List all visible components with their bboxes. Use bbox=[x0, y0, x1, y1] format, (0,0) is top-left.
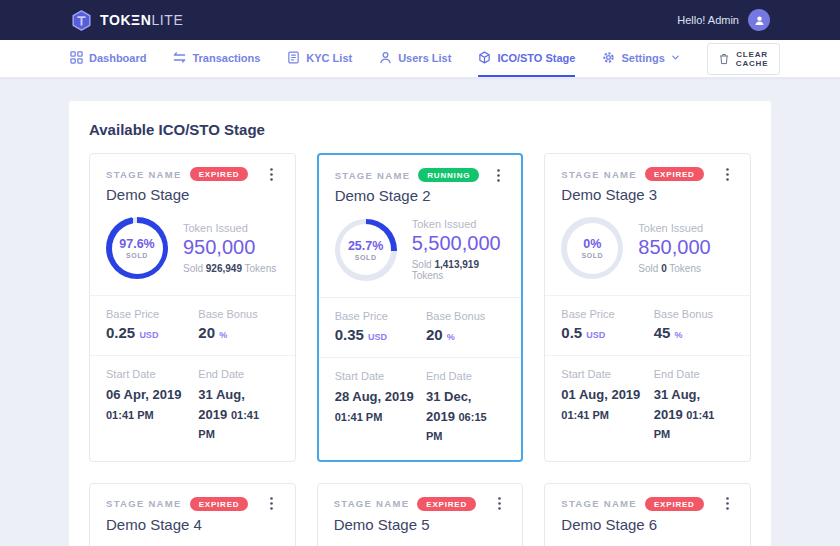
stage-name-label: STAGE NAME bbox=[561, 169, 637, 180]
token-issued-label: Token Issued bbox=[412, 218, 506, 230]
stage-name-label: STAGE NAME bbox=[335, 170, 411, 181]
sold-suffix: Tokens bbox=[245, 263, 277, 274]
stage-name-label: STAGE NAME bbox=[106, 498, 182, 509]
base-price-value: 0.5 USD bbox=[561, 324, 653, 341]
top-header: TOKΞNLITE Hello! Admin bbox=[0, 0, 840, 40]
stage-title: Demo Stage 3 bbox=[561, 186, 734, 203]
nav-items: Dashboard Transactions KYC List Users Li… bbox=[70, 40, 707, 77]
start-date-value: 28 Aug, 2019 01:41 PM bbox=[335, 387, 426, 426]
nav-item-label: Users List bbox=[398, 52, 451, 64]
app-logo[interactable]: TOKΞNLITE bbox=[70, 9, 183, 32]
nav-item-kyc-list[interactable]: KYC List bbox=[287, 40, 352, 77]
card-header: STAGE NAME EXPIRED bbox=[106, 167, 279, 181]
sold-progress-ring: 25.7% SOLD bbox=[335, 219, 397, 281]
base-bonus-value: 20 % bbox=[198, 324, 278, 341]
sold-tokens-line: Sold 1,413,919 Tokens bbox=[412, 259, 506, 281]
stage-card: STAGE NAME RUNNING Demo Stage 2 25.7% SO… bbox=[317, 153, 524, 462]
end-date-value: 31 Aug, 2019 01:41 PM bbox=[198, 385, 278, 444]
start-date: 28 Aug, 2019 bbox=[335, 389, 414, 404]
header-user-area: Hello! Admin bbox=[677, 9, 770, 31]
base-bonus-number: 20 bbox=[426, 326, 443, 343]
nav-item-users-list[interactable]: Users List bbox=[379, 40, 451, 77]
card-top-section: STAGE NAME EXPIRED Demo Stage 3 0% SOLD … bbox=[545, 154, 750, 295]
greeting-text: Hello! Admin bbox=[677, 14, 739, 26]
end-date-label: End Date bbox=[654, 368, 734, 380]
kebab-menu-icon[interactable] bbox=[720, 497, 734, 510]
stage-card: STAGE NAME EXPIRED Demo Stage 4 0% SOLD … bbox=[89, 483, 296, 546]
clear-cache-label: CLEAR CACHE bbox=[736, 50, 768, 68]
kebab-menu-icon[interactable] bbox=[265, 497, 279, 510]
chevron-down-icon bbox=[671, 53, 680, 62]
base-bonus-number: 20 bbox=[198, 324, 215, 341]
stage-title: Demo Stage bbox=[106, 186, 279, 203]
start-date-value: 06 Apr, 2019 01:41 PM bbox=[106, 385, 198, 424]
start-date-label: Start Date bbox=[106, 368, 198, 380]
base-price-label: Base Price bbox=[106, 308, 198, 320]
app-logo-text: TOKΞNLITE bbox=[100, 12, 183, 28]
nav-item-label: ICO/STO Stage bbox=[497, 52, 575, 64]
status-badge: EXPIRED bbox=[190, 497, 249, 511]
clear-cache-button[interactable]: CLEAR CACHE bbox=[707, 43, 780, 75]
base-bonus-label: Base Bonus bbox=[654, 308, 734, 320]
settings-icon bbox=[602, 51, 615, 64]
stage-name-label: STAGE NAME bbox=[561, 498, 637, 509]
base-price-number: 0.25 bbox=[106, 324, 135, 341]
card-header: STAGE NAME RUNNING bbox=[335, 168, 506, 182]
content-area: Available ICO/STO Stage STAGE NAME EXPIR… bbox=[0, 78, 840, 546]
nav-item-dashboard[interactable]: Dashboard bbox=[70, 40, 146, 77]
stage-card: STAGE NAME EXPIRED Demo Stage 6 0% SOLD … bbox=[544, 483, 751, 546]
nav-item-ico-sto-stage[interactable]: ICO/STO Stage bbox=[478, 40, 575, 77]
stage-cards-grid: STAGE NAME EXPIRED Demo Stage 97.6% SOLD… bbox=[89, 153, 751, 546]
start-date: 06 Apr, 2019 bbox=[106, 387, 181, 402]
stage-name-label: STAGE NAME bbox=[334, 498, 410, 509]
price-bonus-section: Base Price 0.5 USD Base Bonus 45 % bbox=[545, 295, 750, 355]
stage-card: STAGE NAME EXPIRED Demo Stage 3 0% SOLD … bbox=[544, 153, 751, 462]
base-price-number: 0.5 bbox=[561, 324, 582, 341]
start-date-field: Start Date 06 Apr, 2019 01:41 PM bbox=[106, 368, 198, 444]
sold-tokens-line: Sold 0 Tokens bbox=[638, 263, 710, 274]
sold-amount: 0 bbox=[661, 263, 667, 274]
nav-item-settings[interactable]: Settings bbox=[602, 40, 679, 77]
base-price-value: 0.35 USD bbox=[335, 326, 426, 343]
kyc-list-icon bbox=[287, 51, 300, 64]
base-price-value: 0.25 USD bbox=[106, 324, 198, 341]
token-issued-label: Token Issued bbox=[183, 222, 276, 234]
token-issued-block: Token Issued 950,000 Sold 926,949 Tokens bbox=[183, 222, 276, 274]
base-bonus-value: 45 % bbox=[654, 324, 734, 341]
token-issued-value: 850,000 bbox=[638, 236, 710, 259]
start-date-value: 01 Aug, 2019 01:41 PM bbox=[561, 385, 653, 424]
stage-name-label: STAGE NAME bbox=[106, 169, 182, 180]
kebab-menu-icon[interactable] bbox=[491, 169, 505, 182]
sold-percent: 25.7% bbox=[348, 239, 383, 253]
status-badge: EXPIRED bbox=[645, 497, 704, 511]
start-time: 01:41 PM bbox=[561, 409, 609, 421]
start-date-label: Start Date bbox=[561, 368, 653, 380]
avatar[interactable] bbox=[748, 9, 770, 31]
card-top-section: STAGE NAME EXPIRED Demo Stage 6 0% SOLD … bbox=[545, 484, 750, 546]
nav-item-transactions[interactable]: Transactions bbox=[173, 40, 260, 77]
main-nav: Dashboard Transactions KYC List Users Li… bbox=[0, 40, 840, 78]
kebab-menu-icon[interactable] bbox=[492, 497, 506, 510]
sold-caption: SOLD bbox=[126, 252, 148, 259]
base-price-unit: USD bbox=[139, 330, 158, 340]
card-top-section: STAGE NAME RUNNING Demo Stage 2 25.7% SO… bbox=[319, 155, 522, 297]
kebab-menu-icon[interactable] bbox=[265, 168, 279, 181]
base-bonus-field: Base Bonus 20 % bbox=[426, 310, 505, 343]
trash-icon bbox=[719, 53, 729, 65]
base-price-label: Base Price bbox=[561, 308, 653, 320]
base-bonus-value: 20 % bbox=[426, 326, 505, 343]
token-issued-value: 5,500,000 bbox=[412, 232, 506, 255]
card-header: STAGE NAME EXPIRED bbox=[561, 497, 734, 511]
sold-suffix: Tokens bbox=[412, 270, 444, 281]
sold-amount: 1,413,919 bbox=[434, 259, 479, 270]
dates-section: Start Date 28 Aug, 2019 01:41 PM End Dat… bbox=[319, 357, 522, 460]
base-price-field: Base Price 0.25 USD bbox=[106, 308, 198, 341]
status-badge: RUNNING bbox=[418, 168, 479, 182]
stages-panel: Available ICO/STO Stage STAGE NAME EXPIR… bbox=[68, 100, 772, 546]
card-header: STAGE NAME EXPIRED bbox=[106, 497, 279, 511]
kebab-menu-icon[interactable] bbox=[720, 168, 734, 181]
token-issued-block: Token Issued 850,000 Sold 0 Tokens bbox=[638, 222, 710, 274]
sold-percent: 0% bbox=[583, 237, 601, 251]
base-bonus-label: Base Bonus bbox=[426, 310, 505, 322]
status-badge: EXPIRED bbox=[190, 167, 249, 181]
